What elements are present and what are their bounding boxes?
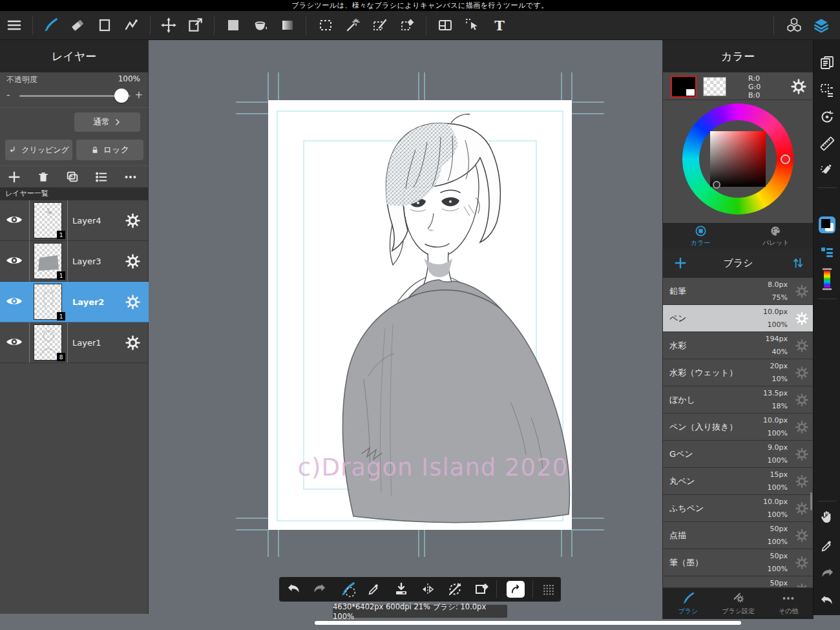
duplicate-layer-button[interactable] <box>61 167 83 187</box>
brush-settings-gear-icon[interactable] <box>795 284 809 299</box>
airbrush-material-button[interactable] <box>814 158 840 181</box>
canvas-svg[interactable]: c)Dragon Island 2020 <box>149 40 662 630</box>
slider-knob[interactable] <box>114 89 129 103</box>
visibility-eye-icon[interactable] <box>6 255 23 267</box>
select-eraser-tool-button[interactable] <box>396 13 419 37</box>
magic-wand-tool-button[interactable] <box>341 13 364 37</box>
text-tool-button[interactable]: T <box>488 13 511 37</box>
eraser-tool-button[interactable] <box>66 13 89 37</box>
visibility-eye-icon[interactable] <box>6 296 23 308</box>
home-indicator[interactable] <box>315 621 741 625</box>
brush-settings-gear-icon[interactable] <box>795 529 809 543</box>
gradient-palette-button[interactable] <box>814 268 840 291</box>
move-tool-button[interactable] <box>157 13 180 37</box>
brush-row-blur[interactable]: ぼかし13.5px18% <box>663 386 814 414</box>
tab-brush[interactable]: ブラシ <box>663 588 713 619</box>
brush-settings-gear-icon[interactable] <box>795 420 809 434</box>
brush-settings-gear-icon[interactable] <box>795 311 809 326</box>
gradient-tool-button[interactable] <box>276 13 299 37</box>
saturation-value-square[interactable] <box>710 131 766 187</box>
rotate-reset-button[interactable] <box>814 105 840 129</box>
reset-rotation-button[interactable] <box>443 577 467 602</box>
layer-settings-gear-icon[interactable] <box>125 253 141 269</box>
pages-button[interactable] <box>814 51 840 74</box>
lock-button[interactable]: ロック <box>76 140 143 160</box>
redo-button[interactable] <box>307 577 331 602</box>
hand-tool-button[interactable] <box>814 505 840 529</box>
layer-row-layer3[interactable]: 1 Layer3 <box>0 241 149 282</box>
brush-row-fude-sumi[interactable]: 筆（墨）50px100% <box>663 549 814 576</box>
brush-row-watercolor-wet[interactable]: 水彩（ウェット）20px10% <box>663 359 814 386</box>
delete-layer-button[interactable] <box>32 167 54 187</box>
save-button[interactable] <box>389 577 414 602</box>
eyedropper-tool-button[interactable] <box>814 534 840 558</box>
brush-settings-gear-icon[interactable] <box>795 556 809 570</box>
ruler-button[interactable] <box>814 132 840 155</box>
curve-tool-button[interactable] <box>120 13 143 37</box>
transform-tool-button[interactable] <box>184 13 207 37</box>
opacity-slider[interactable]: - + <box>0 87 149 107</box>
layer-name[interactable]: Layer2 <box>72 282 104 322</box>
tab-other[interactable]: その他 <box>763 588 814 619</box>
select-pen-tool-button[interactable] <box>368 13 392 37</box>
layer-row-layer4[interactable]: 1 Layer4 <box>0 200 149 241</box>
undo-button[interactable] <box>282 577 306 602</box>
color-settings-gear-icon[interactable] <box>790 78 807 95</box>
bucket-tool-button[interactable] <box>249 13 272 37</box>
brush-row-stipple[interactable]: 点描50px100% <box>663 522 814 549</box>
background-color-swatch[interactable] <box>703 77 726 96</box>
tab-palette[interactable]: パレット <box>739 223 814 249</box>
materials-button[interactable] <box>782 13 806 37</box>
redo-button[interactable] <box>814 562 840 585</box>
brush-settings-gear-icon[interactable] <box>795 501 809 516</box>
brush-row-g-pen[interactable]: Gペン9.0px100% <box>663 441 814 468</box>
layers-toggle-button[interactable] <box>810 13 833 37</box>
brush-row-fuchi-pen[interactable]: ふちペン10.0px100% <box>663 495 814 522</box>
layer-more-button[interactable] <box>120 167 142 187</box>
blend-mode-button[interactable]: 通常 <box>74 112 140 132</box>
layer-name[interactable]: Layer4 <box>72 200 101 241</box>
canvas-area[interactable]: c)Dragon Island 2020 <box>149 40 662 630</box>
eyedropper-button[interactable] <box>362 577 386 602</box>
quick-palette-button[interactable] <box>814 240 840 264</box>
fill-rect-tool-button[interactable] <box>222 13 245 37</box>
flip-horizontal-button[interactable] <box>415 577 440 602</box>
sv-handle[interactable] <box>713 181 720 189</box>
brush-settings-gear-icon[interactable] <box>795 583 809 588</box>
menu-button[interactable] <box>3 13 26 37</box>
object-select-tool-button[interactable] <box>461 13 484 37</box>
selection-list-button[interactable] <box>814 79 840 102</box>
layer-settings-gear-icon[interactable] <box>125 335 141 351</box>
foreground-color-swatch[interactable] <box>671 76 697 98</box>
brush-row-maru-pen[interactable]: 丸ペン15px100% <box>663 468 814 495</box>
layer-list-options-button[interactable] <box>90 167 112 187</box>
layer-settings-gear-icon[interactable] <box>125 213 141 229</box>
hue-handle[interactable] <box>781 154 790 164</box>
brush-select-button[interactable] <box>335 577 360 602</box>
brush-row-pencil[interactable]: 鉛筆8.0px75% <box>663 278 814 305</box>
select-tool-button[interactable] <box>314 13 337 37</box>
layer-row-layer1[interactable]: 8 Layer1 <box>0 322 149 363</box>
clear-layer-button[interactable] <box>470 577 494 602</box>
brush-settings-gear-icon[interactable] <box>795 474 809 488</box>
layer-settings-gear-icon[interactable] <box>125 294 141 310</box>
brush-row-watercolor[interactable]: 水彩194px40% <box>663 332 814 359</box>
material-shortcut-button[interactable] <box>507 581 525 598</box>
layer-thumbnail[interactable]: 8 <box>34 324 62 361</box>
layer-row-layer2-selected[interactable]: 1 Layer2 <box>0 282 149 322</box>
layer-thumbnail[interactable]: 1 <box>34 243 62 279</box>
tab-brush-settings[interactable]: ブラシ設定 <box>713 588 764 619</box>
layer-thumbnail[interactable]: 1 <box>34 284 62 320</box>
tab-color[interactable]: カラー <box>663 223 739 249</box>
add-layer-button[interactable] <box>3 167 25 187</box>
brush-settings-gear-icon[interactable] <box>795 393 809 407</box>
clipping-button[interactable]: クリッピング <box>5 140 72 160</box>
visibility-eye-icon[interactable] <box>6 337 23 348</box>
brush-row-partial[interactable]: 50px <box>663 576 814 588</box>
layer-name[interactable]: Layer1 <box>72 322 101 363</box>
layer-thumbnail[interactable]: 1 <box>34 202 62 238</box>
brush-settings-gear-icon[interactable] <box>795 366 809 380</box>
slider-plus-label[interactable]: + <box>134 89 143 101</box>
brush-settings-gear-icon[interactable] <box>795 339 809 353</box>
undo-button[interactable] <box>814 589 840 613</box>
